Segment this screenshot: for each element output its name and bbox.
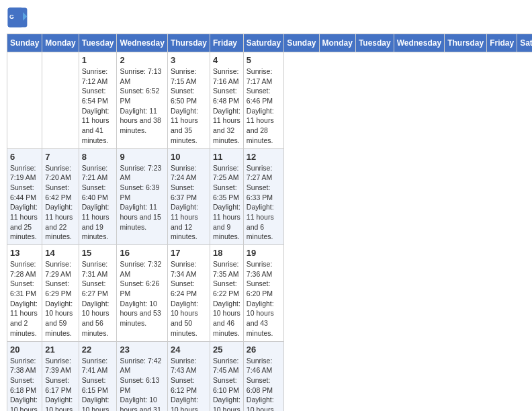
calendar-cell: 26Sunrise: 7:46 AMSunset: 6:08 PMDayligh…	[243, 341, 283, 411]
day-info: Sunrise: 7:19 AMSunset: 6:44 PMDaylight:…	[10, 163, 39, 242]
day-number: 12	[247, 152, 281, 162]
calendar-week-row: 20Sunrise: 7:38 AMSunset: 6:18 PMDayligh…	[7, 341, 533, 411]
day-info: Sunrise: 7:41 AMSunset: 6:15 PMDaylight:…	[82, 356, 114, 412]
calendar-cell: 16Sunrise: 7:32 AMSunset: 6:26 PMDayligh…	[117, 245, 167, 342]
day-number: 18	[213, 248, 240, 258]
weekday-header: Saturday	[243, 34, 283, 52]
calendar-cell: 5Sunrise: 7:17 AMSunset: 6:46 PMDaylight…	[243, 52, 283, 149]
day-info: Sunrise: 7:34 AMSunset: 6:24 PMDaylight:…	[171, 259, 207, 338]
day-info: Sunrise: 7:29 AMSunset: 6:29 PMDaylight:…	[45, 259, 75, 338]
calendar-cell: 4Sunrise: 7:16 AMSunset: 6:48 PMDaylight…	[210, 52, 243, 149]
weekday-header: Thursday	[167, 34, 210, 52]
calendar-cell: 23Sunrise: 7:42 AMSunset: 6:13 PMDayligh…	[117, 341, 167, 411]
calendar-cell	[42, 52, 79, 149]
day-info: Sunrise: 7:13 AMSunset: 6:52 PMDaylight:…	[120, 66, 164, 136]
weekday-header: Sunday	[284, 34, 319, 52]
calendar-cell: 24Sunrise: 7:43 AMSunset: 6:12 PMDayligh…	[167, 341, 210, 411]
day-info: Sunrise: 7:27 AMSunset: 6:33 PMDaylight:…	[247, 163, 281, 242]
day-info: Sunrise: 7:17 AMSunset: 6:46 PMDaylight:…	[247, 66, 281, 146]
day-number: 5	[247, 55, 281, 65]
calendar-cell: 3Sunrise: 7:15 AMSunset: 6:50 PMDaylight…	[167, 52, 210, 149]
calendar-table: SundayMondayTuesdayWednesdayThursdayFrid…	[7, 34, 532, 411]
day-number: 2	[120, 55, 164, 65]
day-number: 8	[82, 152, 114, 162]
weekday-header: Monday	[42, 34, 79, 52]
day-number: 6	[10, 152, 39, 162]
day-info: Sunrise: 7:15 AMSunset: 6:50 PMDaylight:…	[171, 66, 207, 146]
day-number: 19	[247, 248, 281, 258]
calendar-cell: 12Sunrise: 7:27 AMSunset: 6:33 PMDayligh…	[243, 148, 283, 245]
day-number: 10	[171, 152, 207, 162]
logo: G	[7, 7, 31, 28]
day-info: Sunrise: 7:21 AMSunset: 6:40 PMDaylight:…	[82, 163, 114, 242]
calendar-cell: 8Sunrise: 7:21 AMSunset: 6:40 PMDaylight…	[79, 148, 117, 245]
day-info: Sunrise: 7:28 AMSunset: 6:31 PMDaylight:…	[10, 259, 39, 338]
weekday-header: Saturday	[517, 34, 532, 52]
calendar-cell: 1Sunrise: 7:12 AMSunset: 6:54 PMDaylight…	[79, 52, 117, 149]
calendar-week-row: 1Sunrise: 7:12 AMSunset: 6:54 PMDaylight…	[7, 52, 533, 149]
weekday-header: Sunday	[7, 34, 42, 52]
day-info: Sunrise: 7:32 AMSunset: 6:26 PMDaylight:…	[120, 259, 164, 328]
day-number: 20	[10, 345, 39, 355]
calendar-cell: 18Sunrise: 7:35 AMSunset: 6:22 PMDayligh…	[210, 245, 243, 342]
calendar-week-row: 13Sunrise: 7:28 AMSunset: 6:31 PMDayligh…	[7, 245, 533, 342]
calendar-cell: 15Sunrise: 7:31 AMSunset: 6:27 PMDayligh…	[79, 245, 117, 342]
day-info: Sunrise: 7:16 AMSunset: 6:48 PMDaylight:…	[213, 66, 240, 146]
day-number: 13	[10, 248, 39, 258]
page-header: G	[7, 7, 525, 28]
weekday-header: Tuesday	[355, 34, 394, 52]
weekday-header: Friday	[487, 34, 517, 52]
day-number: 11	[213, 152, 240, 162]
calendar-cell: 22Sunrise: 7:41 AMSunset: 6:15 PMDayligh…	[79, 341, 117, 411]
calendar-cell: 11Sunrise: 7:25 AMSunset: 6:35 PMDayligh…	[210, 148, 243, 245]
svg-text:G: G	[9, 13, 14, 20]
day-number: 23	[120, 345, 164, 355]
calendar-cell: 6Sunrise: 7:19 AMSunset: 6:44 PMDaylight…	[7, 148, 42, 245]
day-info: Sunrise: 7:23 AMSunset: 6:39 PMDaylight:…	[120, 163, 164, 232]
day-info: Sunrise: 7:25 AMSunset: 6:35 PMDaylight:…	[213, 163, 240, 242]
calendar-cell: 17Sunrise: 7:34 AMSunset: 6:24 PMDayligh…	[167, 245, 210, 342]
day-info: Sunrise: 7:38 AMSunset: 6:18 PMDaylight:…	[10, 356, 39, 412]
day-info: Sunrise: 7:46 AMSunset: 6:08 PMDaylight:…	[247, 356, 281, 412]
calendar-week-row: 6Sunrise: 7:19 AMSunset: 6:44 PMDaylight…	[7, 148, 533, 245]
day-number: 14	[45, 248, 75, 258]
calendar-cell: 2Sunrise: 7:13 AMSunset: 6:52 PMDaylight…	[117, 52, 167, 149]
day-info: Sunrise: 7:35 AMSunset: 6:22 PMDaylight:…	[213, 259, 240, 338]
day-number: 17	[171, 248, 207, 258]
calendar-cell: 14Sunrise: 7:29 AMSunset: 6:29 PMDayligh…	[42, 245, 79, 342]
calendar-cell: 13Sunrise: 7:28 AMSunset: 6:31 PMDayligh…	[7, 245, 42, 342]
calendar-cell: 25Sunrise: 7:45 AMSunset: 6:10 PMDayligh…	[210, 341, 243, 411]
day-info: Sunrise: 7:42 AMSunset: 6:13 PMDaylight:…	[120, 356, 164, 412]
day-number: 4	[213, 55, 240, 65]
logo-icon: G	[7, 7, 28, 28]
day-info: Sunrise: 7:24 AMSunset: 6:37 PMDaylight:…	[171, 163, 207, 242]
day-number: 9	[120, 152, 164, 162]
weekday-header: Friday	[210, 34, 243, 52]
calendar-cell: 9Sunrise: 7:23 AMSunset: 6:39 PMDaylight…	[117, 148, 167, 245]
calendar-cell: 21Sunrise: 7:39 AMSunset: 6:17 PMDayligh…	[42, 341, 79, 411]
day-number: 21	[45, 345, 75, 355]
header-row: SundayMondayTuesdayWednesdayThursdayFrid…	[7, 34, 533, 52]
calendar-cell: 20Sunrise: 7:38 AMSunset: 6:18 PMDayligh…	[7, 341, 42, 411]
day-number: 16	[120, 248, 164, 258]
weekday-header: Wednesday	[394, 34, 444, 52]
day-number: 24	[171, 345, 207, 355]
day-number: 26	[247, 345, 281, 355]
day-info: Sunrise: 7:36 AMSunset: 6:20 PMDaylight:…	[247, 259, 281, 338]
weekday-header: Tuesday	[79, 34, 117, 52]
weekday-header: Wednesday	[117, 34, 167, 52]
day-number: 25	[213, 345, 240, 355]
calendar-cell	[7, 52, 42, 149]
day-number: 7	[45, 152, 75, 162]
calendar-cell: 7Sunrise: 7:20 AMSunset: 6:42 PMDaylight…	[42, 148, 79, 245]
day-number: 3	[171, 55, 207, 65]
weekday-header: Monday	[319, 34, 355, 52]
day-number: 22	[82, 345, 114, 355]
calendar-cell: 10Sunrise: 7:24 AMSunset: 6:37 PMDayligh…	[167, 148, 210, 245]
day-info: Sunrise: 7:45 AMSunset: 6:10 PMDaylight:…	[213, 356, 240, 412]
weekday-header: Thursday	[445, 34, 487, 52]
day-info: Sunrise: 7:12 AMSunset: 6:54 PMDaylight:…	[82, 66, 114, 146]
day-number: 15	[82, 248, 114, 258]
day-info: Sunrise: 7:39 AMSunset: 6:17 PMDaylight:…	[45, 356, 75, 412]
day-info: Sunrise: 7:20 AMSunset: 6:42 PMDaylight:…	[45, 163, 75, 242]
